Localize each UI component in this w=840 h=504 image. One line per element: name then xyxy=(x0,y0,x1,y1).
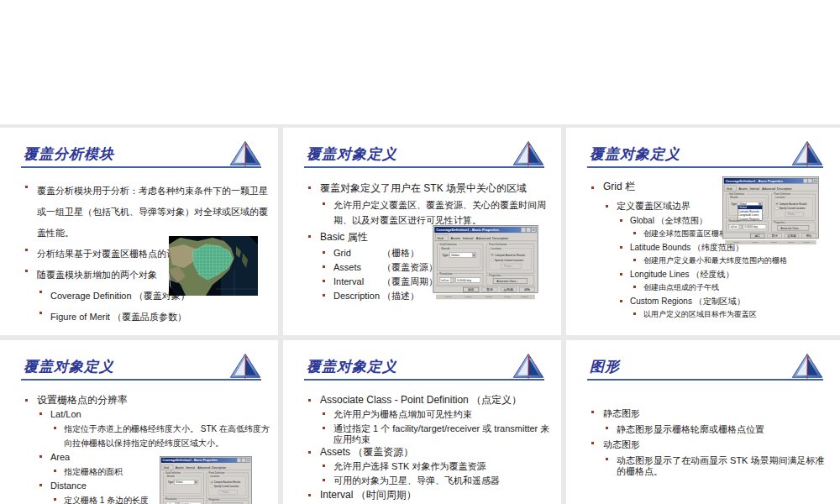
slide-title: 覆盖对象定义 xyxy=(590,144,680,164)
bullet-item: Associate Class - Point Definition （点定义） xyxy=(283,393,554,407)
slide-title: 图形 xyxy=(590,357,620,376)
dropdown-option: Latitude Bounds xyxy=(738,210,759,213)
slide-header: 覆盖分析模块 xyxy=(21,128,261,168)
bullet-item: 静态图形显示栅格轮廓或栅格点位置 xyxy=(566,422,833,437)
slide-header: 图形 xyxy=(587,340,823,381)
bullet-item: 可用的对象为卫星、导弹、飞机和遥感器 xyxy=(283,474,554,488)
slide-thumbnail-3[interactable]: 覆盖对象定义 Grid 栏 定义覆盖区域边界 Global （全球范围） 创建全… xyxy=(566,128,840,335)
dropdown-option: Longitude Lines xyxy=(738,213,759,217)
stk-basic-properties-dialog-screenshot xyxy=(433,225,538,300)
bullet-item: 覆盖对象定义了用户在 STK 场景中关心的区域 xyxy=(283,181,554,196)
slide-title: 覆盖对象定义 xyxy=(307,357,397,376)
bullet-item: 动态图形显示了在动画显示 STK 场景期间满足标准的栅格点。 xyxy=(566,453,833,477)
agi-triangle-logo-icon xyxy=(229,140,261,167)
agi-triangle-logo-icon xyxy=(791,140,823,167)
bullet-item: Interval （时间周期） xyxy=(283,488,554,502)
slide-thumbnail-6[interactable]: 图形 静态图形 静态图形显示栅格轮廓或栅格点位置 动态图形 动态图形显示了在动画… xyxy=(566,340,840,504)
bullet-item: 动态图形 xyxy=(566,437,833,452)
slide-title: 覆盖对象定义 xyxy=(24,357,114,376)
slide-thumbnail-1[interactable]: 覆盖分析模块 覆盖分析模块用于分析：考虑各种约束条件下的一颗卫星或一组卫星（包括… xyxy=(0,128,278,335)
agi-triangle-logo-icon xyxy=(512,353,544,380)
bullet-item: 指定位于赤道上的栅格经纬度大小。 STK 在高低纬度方向拉伸栅格以保持指定的经纬… xyxy=(0,422,271,450)
bullet-item: Lat/Lon xyxy=(0,407,271,422)
bullet-item: 通过指定 1 个 facility/target/receiver 或 tran… xyxy=(283,422,554,445)
slide-thumbnail-2[interactable]: 覆盖对象定义 覆盖对象定义了用户在 STK 场景中关心的区域 允许用户定义覆盖区… xyxy=(283,128,561,335)
slide-sorter-canvas: 覆盖分析模块 覆盖分析模块用于分析：考虑各种约束条件下的一颗卫星或一组卫星（包括… xyxy=(0,0,840,504)
slide-body: Associate Class - Point Definition （点定义）… xyxy=(283,393,554,504)
slide-grid: 覆盖分析模块 覆盖分析模块用于分析：考虑各种约束条件下的一颗卫星或一组卫星（包括… xyxy=(0,124,840,504)
bullet-item: 覆盖分析模块用于分析：考虑各种约束条件下的一颗卫星或一组卫星（包括飞机、导弹等对… xyxy=(0,181,273,244)
bullet-item: 创建由点组成的子午线 xyxy=(566,281,833,294)
bullet-item: 设置栅格点的分辨率 xyxy=(0,393,271,407)
slide-header: 覆盖对象定义 xyxy=(304,340,544,381)
agi-triangle-logo-icon xyxy=(229,353,261,380)
grid-type-dropdown-list: Global Latitude Bounds Longitude Lines C… xyxy=(738,205,763,221)
slide-title: 覆盖分析模块 xyxy=(24,144,114,164)
bullet-item: Longitude Lines （经度线） xyxy=(566,268,833,281)
slide-header: 覆盖对象定义 xyxy=(304,128,544,168)
stk-basic-properties-dialog-screenshot xyxy=(160,456,252,504)
agi-triangle-logo-icon xyxy=(512,140,544,167)
bullet-item: Assets （覆盖资源） xyxy=(283,445,554,459)
bullet-item: 允许用户为栅格点增加可见性约束 xyxy=(283,407,554,422)
bullet-item: 创建用户定义最小和最大纬度范围内的栅格 xyxy=(566,255,833,267)
bullet-item: Figure of Merit （覆盖品质参数） xyxy=(0,307,273,328)
dropdown-option: Global xyxy=(738,206,747,209)
slide-header: 覆盖对象定义 xyxy=(587,128,823,168)
agi-triangle-logo-icon xyxy=(791,353,823,380)
slide-thumbnail-5[interactable]: 覆盖对象定义 Associate Class - Point Definitio… xyxy=(283,340,561,504)
bullet-item: 允许用户定义覆盖区、覆盖资源、关心的覆盖时间周期、以及对覆盖区进行可见性计算。 xyxy=(283,197,554,228)
bullet-item: 允许用户选择 STK 对象作为覆盖资源 xyxy=(283,459,554,474)
slide-body: 静态图形 静态图形显示栅格轮廓或栅格点位置 动态图形 动态图形显示了在动画显示 … xyxy=(566,406,833,477)
bullet-item: 以用户定义的区域目标作为覆盖区 xyxy=(566,308,833,321)
slide-title: 覆盖对象定义 xyxy=(307,144,397,164)
slide-thumbnail-4[interactable]: 覆盖对象定义 设置栅格点的分辨率 Lat/Lon 指定位于赤道上的栅格经纬度大小… xyxy=(0,340,278,504)
dropdown-option: Custom Regions xyxy=(738,218,759,221)
page-top-whitespace xyxy=(0,0,840,124)
bullet-item: Custom Regions （定制区域） xyxy=(566,295,833,307)
china-coverage-map-image xyxy=(169,236,258,296)
bullet-item: 静态图形 xyxy=(566,406,833,421)
slide-header: 覆盖对象定义 xyxy=(21,340,261,381)
